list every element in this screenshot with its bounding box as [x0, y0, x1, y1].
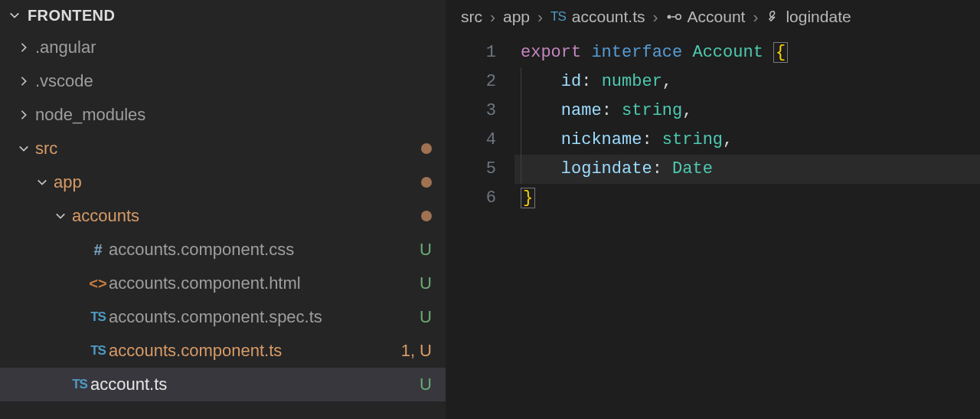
- chevron-right-icon: ›: [537, 8, 543, 26]
- interface-icon: [666, 11, 681, 22]
- token: string: [622, 101, 682, 120]
- git-status: U: [386, 307, 432, 327]
- token: name: [561, 101, 602, 120]
- git-status: U: [386, 375, 432, 394]
- token: ,: [723, 130, 733, 149]
- token: export: [521, 43, 581, 62]
- token: [521, 101, 561, 120]
- token: :: [602, 101, 622, 120]
- chevron-down-icon[interactable]: [34, 177, 51, 188]
- code-area[interactable]: 123456 export interface Account { id: nu…: [446, 34, 980, 419]
- code-line-3[interactable]: name: string,: [514, 97, 980, 126]
- chevron-right-icon[interactable]: [15, 76, 32, 87]
- line-number: 4: [446, 126, 514, 155]
- file-explorer: FRONTEND .angular.vscodenode_modulessrca…: [0, 0, 446, 419]
- line-number: 5: [446, 155, 514, 184]
- property-icon: [766, 10, 779, 24]
- chevron-down-icon: [8, 10, 21, 21]
- tree-item-src[interactable]: src: [0, 132, 446, 165]
- chevron-down-icon[interactable]: [52, 211, 69, 221]
- explorer-title: FRONTEND: [28, 7, 115, 25]
- file-tree: .angular.vscodenode_modulessrcappaccount…: [0, 31, 446, 419]
- tree-item-label: accounts.component.spec.ts: [109, 307, 386, 327]
- chevron-right-icon[interactable]: [15, 110, 32, 120]
- tree-item-account-ts[interactable]: TSaccount.tsU: [0, 368, 446, 401]
- tree-item-label: account.ts: [90, 375, 386, 394]
- chevron-down-icon[interactable]: [15, 143, 32, 154]
- token: ,: [682, 101, 692, 120]
- svg-point-0: [667, 15, 671, 19]
- line-number: 2: [446, 67, 514, 97]
- tree-item-accounts[interactable]: accounts: [0, 199, 446, 233]
- crumb-app[interactable]: app: [503, 8, 530, 26]
- ts-icon: TS: [87, 309, 109, 325]
- tree-item-accounts-component-ts[interactable]: TSaccounts.component.ts1, U: [0, 334, 446, 368]
- crumb-file[interactable]: account.ts: [572, 8, 645, 26]
- ts-icon: TS: [87, 343, 109, 358]
- chevron-right-icon: ›: [753, 8, 758, 26]
- tree-item-node-modules[interactable]: node_modules: [0, 98, 446, 132]
- token: [581, 43, 591, 62]
- code-line-4[interactable]: nickname: string,: [514, 126, 980, 155]
- html-icon: <>: [87, 275, 109, 293]
- modified-dot-icon: [421, 211, 432, 221]
- line-number: 6: [446, 184, 514, 213]
- token: number: [602, 72, 662, 91]
- crumb-symbol-logindate[interactable]: logindate: [786, 8, 851, 26]
- token: string: [662, 130, 723, 149]
- line-gutter: 123456: [446, 34, 514, 419]
- token: [521, 130, 561, 149]
- tree-item--vscode[interactable]: .vscode: [0, 64, 446, 98]
- tree-item-label: app: [54, 172, 386, 192]
- tree-item-label: src: [35, 139, 386, 159]
- tree-item--angular[interactable]: .angular: [0, 31, 446, 64]
- token: logindate: [561, 159, 652, 178]
- code-line-1[interactable]: export interface Account {: [514, 38, 980, 67]
- tree-item-accounts-component-css[interactable]: #accounts.component.cssU: [0, 233, 446, 267]
- token: [521, 72, 561, 91]
- token: [521, 159, 561, 178]
- explorer-header[interactable]: FRONTEND: [0, 0, 446, 31]
- editor-pane: src › app › TS account.ts › Account › lo…: [446, 0, 980, 419]
- line-number: 1: [446, 38, 514, 67]
- tree-item-label: .angular: [35, 38, 386, 57]
- breadcrumb[interactable]: src › app › TS account.ts › Account › lo…: [446, 0, 980, 34]
- code-line-2[interactable]: id: number,: [514, 67, 980, 97]
- crumb-symbol-account[interactable]: Account: [688, 8, 746, 26]
- token: }: [521, 188, 535, 208]
- tree-item-app[interactable]: app: [0, 165, 446, 199]
- svg-point-2: [675, 15, 680, 19]
- modified-dot-icon: [421, 177, 432, 188]
- tree-item-label: accounts.component.html: [109, 273, 386, 293]
- token: {: [773, 42, 788, 63]
- token: id: [561, 72, 581, 91]
- code-line-6[interactable]: }: [514, 184, 980, 213]
- token: [763, 43, 773, 62]
- ts-icon: TS: [69, 377, 90, 392]
- token: :: [642, 130, 662, 149]
- code-line-5[interactable]: logindate: Date: [514, 155, 980, 184]
- ts-icon: TS: [550, 9, 566, 25]
- token: :: [581, 72, 601, 91]
- chevron-right-icon[interactable]: [15, 42, 32, 53]
- chevron-right-icon: ›: [653, 8, 658, 26]
- token: Account: [692, 43, 763, 62]
- tree-item-label: .vscode: [35, 71, 386, 91]
- code-content[interactable]: export interface Account { id: number, n…: [514, 34, 980, 419]
- indent-guide: [521, 67, 521, 184]
- git-status: [386, 206, 432, 226]
- git-status: U: [386, 273, 432, 293]
- tree-item-label: node_modules: [35, 105, 386, 125]
- token: ,: [662, 72, 672, 91]
- chevron-right-icon: ›: [490, 8, 495, 26]
- git-status: 1, U: [386, 341, 432, 361]
- tree-item-accounts-component-spec-ts[interactable]: TSaccounts.component.spec.tsU: [0, 300, 446, 334]
- token: :: [652, 159, 672, 178]
- token: [682, 43, 692, 62]
- tree-item-label: accounts.component.css: [109, 240, 386, 260]
- git-status: [386, 172, 432, 192]
- git-status: [386, 139, 432, 159]
- tree-item-accounts-component-html[interactable]: <>accounts.component.htmlU: [0, 267, 446, 300]
- crumb-src[interactable]: src: [461, 8, 482, 26]
- token: nickname: [561, 130, 642, 149]
